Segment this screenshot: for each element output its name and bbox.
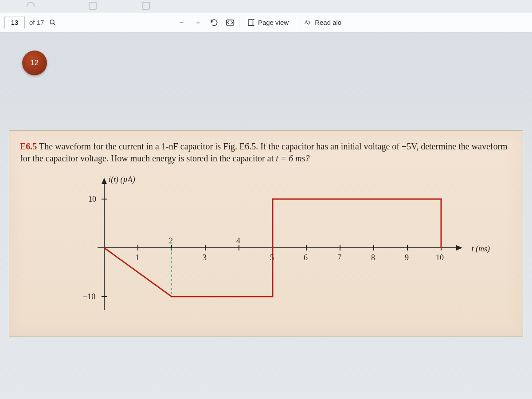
window-icon xyxy=(142,2,150,10)
problem-block: E6.5 The waveform for the current in a 1… xyxy=(9,130,523,337)
tab-icon xyxy=(27,2,35,7)
y-tick-pos: 10 xyxy=(88,195,96,203)
problem-body: The waveform for the current in a 1-nF c… xyxy=(20,141,508,163)
svg-point-0 xyxy=(50,20,54,24)
x-tick-2: 2 xyxy=(169,236,173,245)
x-tick-9: 9 xyxy=(405,253,409,262)
svg-line-1 xyxy=(54,23,55,25)
x-tick-1: 1 xyxy=(135,253,139,262)
svg-text:A: A xyxy=(305,19,309,25)
x-tick-6: 6 xyxy=(304,253,308,262)
read-aloud-icon: A xyxy=(303,18,312,27)
x-tick-4: 4 xyxy=(236,236,240,245)
pdf-toolbar: of 17 − + Page view xyxy=(0,12,532,33)
page-number-input[interactable] xyxy=(4,16,25,29)
problem-number: E6.5 xyxy=(20,141,37,151)
zoom-out-button[interactable]: − xyxy=(177,17,186,28)
page-view-icon xyxy=(246,18,255,27)
search-icon[interactable] xyxy=(48,18,57,27)
problem-t-expr: t = 6 ms? xyxy=(276,153,309,163)
page-view-label: Page view xyxy=(258,19,289,26)
current-waveform-chart: i(t) (µA) t (ms) xyxy=(73,177,481,319)
page-total-label: of 17 xyxy=(29,19,44,26)
chart-svg: 1 2 3 4 5 6 7 8 9 10 10 −10 xyxy=(73,177,481,319)
x-tick-3: 3 xyxy=(203,253,207,262)
x-tick-10: 10 xyxy=(436,253,444,262)
x-tick-8: 8 xyxy=(371,253,375,262)
read-aloud-button[interactable]: A Read alo xyxy=(301,16,344,29)
svg-marker-9 xyxy=(102,178,107,184)
fit-width-icon[interactable] xyxy=(226,18,235,27)
rotate-icon[interactable] xyxy=(210,18,219,27)
document-viewport[interactable]: 12 E6.5 The waveform for the current in … xyxy=(0,33,532,399)
read-aloud-label: Read alo xyxy=(315,19,341,26)
svg-marker-10 xyxy=(456,245,462,250)
page-view-button[interactable]: Page view xyxy=(244,16,291,29)
x-tick-5: 5 xyxy=(270,253,274,262)
browser-chrome-strip xyxy=(0,0,532,12)
zoom-in-button[interactable]: + xyxy=(193,17,203,28)
zoom-controls: − + xyxy=(177,17,235,28)
window-icon xyxy=(89,2,97,10)
y-tick-neg: −10 xyxy=(83,292,95,301)
problem-statement: E6.5 The waveform for the current in a 1… xyxy=(20,141,512,164)
toolbar-divider xyxy=(239,17,239,28)
page-thumb-badge[interactable]: 12 xyxy=(22,51,47,75)
svg-rect-3 xyxy=(248,20,253,26)
x-tick-7: 7 xyxy=(337,253,341,262)
toolbar-divider xyxy=(296,17,296,28)
